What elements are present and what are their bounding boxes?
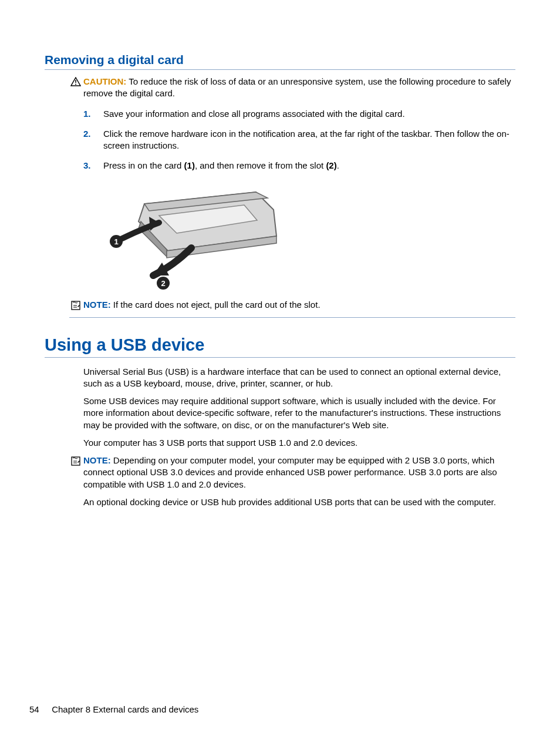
step-number: 3. (83, 160, 103, 172)
list-item: 1. Save your information and close all p… (83, 108, 515, 120)
chapter-title: Chapter 8 External cards and devices (52, 704, 198, 714)
caution-icon (69, 77, 82, 88)
step-text: Save your information and close all prog… (103, 108, 515, 120)
caution-callout: CAUTION: To reduce the risk of loss of d… (69, 76, 515, 100)
note-text: If the card does not eject, pull the car… (111, 300, 321, 310)
step-text: Click the remove hardware icon in the no… (103, 128, 515, 152)
note-text: Depending on your computer model, your c… (83, 455, 497, 489)
caution-label: CAUTION: (83, 76, 126, 86)
note-icon (69, 300, 82, 312)
card-removal-figure: 1 2 (103, 180, 279, 292)
note-callout: NOTE: If the card does not eject, pull t… (69, 299, 515, 312)
note-callout: NOTE: Depending on your computer model, … (69, 455, 515, 490)
manual-page: Removing a digital card CAUTION: To redu… (0, 0, 560, 746)
svg-text:1: 1 (114, 237, 118, 246)
usb-software-paragraph: Some USB devices may require additional … (83, 395, 515, 431)
note-icon (69, 456, 82, 468)
note-divider (69, 317, 515, 318)
note-label: NOTE: (83, 455, 111, 465)
step-number: 1. (83, 108, 103, 120)
heading-removing-digital-card: Removing a digital card (45, 53, 515, 70)
step-number: 2. (83, 128, 103, 140)
heading-using-usb-device: Using a USB device (45, 335, 515, 358)
usb-intro-paragraph: Universal Serial Bus (USB) is a hardware… (83, 366, 515, 390)
svg-point-1 (75, 84, 76, 85)
step-text: Press in on the card (1), and then remov… (103, 160, 515, 172)
removal-steps-list: 1. Save your information and close all p… (83, 108, 515, 172)
list-item: 2. Click the remove hardware icon in the… (83, 128, 515, 152)
page-footer: 54 Chapter 8 External cards and devices (29, 704, 198, 714)
svg-text:2: 2 (161, 279, 165, 288)
page-number: 54 (29, 704, 49, 714)
caution-text: To reduce the risk of loss of data or an… (83, 76, 511, 98)
usb-ports-paragraph: Your computer has 3 USB ports that suppo… (83, 437, 515, 449)
note-label: NOTE: (83, 300, 111, 310)
list-item: 3. Press in on the card (1), and then re… (83, 160, 515, 172)
usb-docking-paragraph: An optional docking device or USB hub pr… (83, 496, 515, 508)
